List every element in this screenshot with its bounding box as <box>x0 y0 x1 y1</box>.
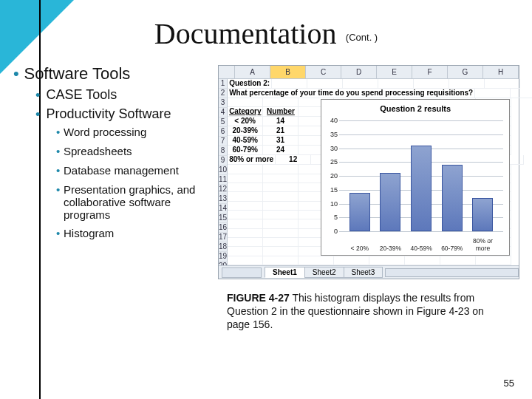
cell: Question 2: <box>228 79 272 89</box>
cell <box>334 256 369 265</box>
col-header: C <box>306 66 341 79</box>
x-category-label: 20-39% <box>377 245 403 252</box>
y-tick-label: 5 <box>323 214 338 221</box>
row-header: 10 <box>219 166 228 175</box>
sheet-nav-icon <box>222 267 262 278</box>
cell: Number <box>263 107 299 117</box>
excel-sheet-tabs: Sheet1 Sheet2 Sheet3 <box>219 265 519 279</box>
cell <box>263 211 299 219</box>
cell <box>228 174 263 183</box>
l3-text: Presentation graphics, and collaborative… <box>64 183 197 221</box>
chart-plot-area: 0510152025303540< 20%20-39%40-59%60-79%8… <box>339 120 503 231</box>
cell <box>228 165 263 174</box>
col-header: D <box>341 66 377 79</box>
cell <box>263 202 299 211</box>
cell <box>414 79 449 89</box>
list-item: • Productivity Software •Word processing… <box>35 106 205 240</box>
cell <box>228 202 263 211</box>
row-header: 9 <box>219 156 228 166</box>
bullet-icon: • <box>35 87 43 103</box>
cell <box>228 229 263 238</box>
y-tick-label: 30 <box>323 145 338 152</box>
cell <box>263 174 299 183</box>
row-header: 18 <box>219 242 228 252</box>
y-tick-label: 0 <box>323 228 338 235</box>
row-header: 19 <box>219 252 228 262</box>
cell <box>263 238 299 247</box>
chart-bar <box>472 198 493 231</box>
cell <box>475 89 511 98</box>
bullet-icon: • <box>35 106 43 123</box>
y-tick-label: 10 <box>323 200 338 208</box>
l1-text: Software Tools <box>24 65 130 83</box>
row-header: 17 <box>219 233 228 242</box>
embedded-chart: Question 2 results 0510152025303540< 20%… <box>321 99 510 256</box>
gridline <box>339 134 503 135</box>
cell <box>378 79 414 89</box>
bullet-icon: • <box>56 183 64 197</box>
cell <box>263 247 299 256</box>
sheet-tab: Sheet3 <box>344 267 383 278</box>
list-item: • Software Tools • CASE Tools • Producti… <box>13 65 205 240</box>
y-tick-label: 15 <box>323 186 338 194</box>
row-header: 8 <box>219 146 228 156</box>
content-body: • Software Tools • CASE Tools • Producti… <box>13 65 205 246</box>
l3-text: Word processing <box>64 126 197 138</box>
l3-text: Database management <box>64 164 197 177</box>
cell <box>263 183 299 192</box>
cell <box>263 98 299 107</box>
cell: < 20% <box>228 117 263 126</box>
cell <box>449 79 485 89</box>
col-header: H <box>483 66 519 79</box>
l3-text: Histogram <box>64 227 197 239</box>
slide-title-suffix: (Cont. ) <box>346 32 378 43</box>
row-header: 1 <box>219 79 228 89</box>
row-header: 3 <box>219 98 228 108</box>
cell <box>272 79 307 89</box>
cell <box>405 256 440 265</box>
cell <box>485 79 520 89</box>
chart-bar <box>349 193 370 232</box>
gridline <box>339 120 503 121</box>
cell <box>228 256 263 265</box>
cell <box>343 79 378 89</box>
x-category-label: < 20% <box>347 245 373 252</box>
slide: Documentation (Cont. ) • Software Tools … <box>0 0 532 399</box>
x-category-label: 40-59% <box>408 245 434 252</box>
cell <box>228 192 263 201</box>
row-header: 13 <box>219 194 228 204</box>
cell <box>476 256 511 265</box>
bullet-icon: • <box>56 164 64 177</box>
cell: 14 <box>263 117 299 126</box>
cell <box>228 238 263 247</box>
excel-corner <box>219 66 235 79</box>
chart-bar <box>442 165 463 231</box>
excel-window: A B C D E F G H 123456789101112131415161… <box>218 65 519 279</box>
gridline <box>339 231 503 232</box>
list-item: •Histogram <box>56 227 205 240</box>
chart-title: Question 2 results <box>321 104 509 113</box>
cell <box>263 165 299 174</box>
cell <box>263 192 299 201</box>
title-row: Documentation (Cont. ) <box>0 16 532 51</box>
row-header: 11 <box>219 175 228 185</box>
row-header: 15 <box>219 214 228 223</box>
horizontal-scrollbar <box>385 268 519 277</box>
excel-column-headers: A B C D E F G H <box>219 66 519 79</box>
cell <box>263 229 299 238</box>
cell: 60-79% <box>228 146 263 155</box>
figure-caption: FIGURE 4-27 This histogram displays the … <box>227 291 508 331</box>
excel-cells: Question 2:What percentage of your time … <box>228 79 532 265</box>
sheet-tab: Sheet2 <box>304 267 344 278</box>
figure: A B C D E F G H 123456789101112131415161… <box>218 65 519 331</box>
col-header: B <box>270 66 306 79</box>
list-item: •Word processing <box>56 126 205 139</box>
cell <box>228 183 263 192</box>
figure-label: FIGURE 4-27 <box>227 292 290 304</box>
cell <box>228 211 263 219</box>
row-header: 14 <box>219 204 228 214</box>
list-item: •Database management <box>56 164 205 177</box>
row-header: 6 <box>219 127 228 137</box>
cell: 12 <box>276 155 311 165</box>
x-category-label: 80% or more <box>469 237 496 252</box>
